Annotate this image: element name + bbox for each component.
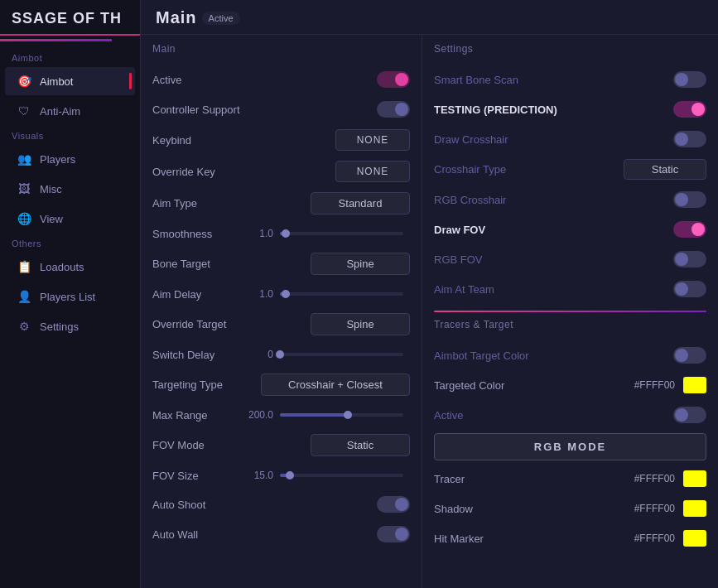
testing-prediction-label: TESTING (PREDICTION) (434, 104, 557, 116)
switch-delay-thumb[interactable] (276, 350, 284, 359)
setting-aim-delay: Aim Delay 1.0 (152, 280, 410, 308)
switch-delay-value: 0 (243, 349, 273, 360)
targeted-color-value: #FFFF00 (634, 379, 675, 391)
setting-aim-type: Aim Type Standard (152, 187, 410, 219)
sidebar-item-view-label: View (40, 213, 63, 225)
setting-smoothness: Smoothness 1.0 (152, 219, 410, 248)
rgb-crosshair-toggle[interactable] (673, 191, 706, 208)
shadow-color-value: #FFFF00 (634, 503, 675, 514)
sidebar-item-aimbot-label: Aimbot (40, 75, 73, 88)
auto-shoot-knob (395, 498, 408, 511)
draw-fov-knob (691, 223, 705, 236)
rgb-mode-button[interactable]: RGB MODE (434, 433, 706, 460)
aimbot-target-color-toggle[interactable] (673, 347, 706, 364)
fov-mode-label: FOV Mode (152, 439, 205, 451)
bone-target-label: Bone Target (152, 258, 210, 270)
progress-bar (0, 39, 112, 41)
max-range-track[interactable] (280, 413, 403, 417)
setting-hit-marker: Hit Marker #FFFF00 (434, 523, 706, 553)
shadow-color-swatch[interactable] (683, 500, 706, 517)
smoothness-thumb[interactable] (282, 229, 290, 238)
setting-rgb-fov: RGB FOV (434, 244, 706, 274)
sidebar-item-view[interactable]: 🌐 View (5, 205, 135, 233)
rgb-fov-knob (675, 253, 688, 266)
smoothness-track[interactable] (280, 232, 403, 235)
aim-at-team-label: Aim At Team (434, 283, 494, 296)
hit-marker-right: #FFFF00 (634, 530, 706, 547)
sidebar-item-misc[interactable]: 🖼 Misc (5, 175, 135, 203)
tracer-right: #FFFF00 (634, 470, 706, 487)
targeted-color-swatch[interactable] (683, 377, 706, 393)
max-range-thumb[interactable] (344, 411, 352, 419)
setting-override-target: Override Target Spine (152, 308, 410, 340)
draw-fov-label: Draw FOV (434, 224, 485, 236)
aim-delay-track[interactable] (280, 292, 403, 296)
right-section-header: Settings (434, 43, 706, 58)
fov-size-thumb[interactable] (286, 471, 294, 480)
aimbot-target-color-knob (675, 349, 688, 362)
sidebar-section-aimbot: Aimbot (0, 48, 140, 66)
setting-shadow: Shadow #FFFF00 (434, 494, 706, 523)
max-range-label: Max Range (152, 409, 243, 422)
aim-type-dropdown[interactable]: Standard (311, 192, 410, 214)
crosshair-type-display[interactable]: Static (624, 159, 706, 180)
crosshair-type-label: Crosshair Type (434, 163, 506, 176)
targeting-type-dropdown[interactable]: Crosshair + Closest (261, 374, 410, 396)
tracer-color-swatch[interactable] (683, 470, 706, 487)
aim-at-team-toggle[interactable] (673, 281, 706, 297)
setting-testing-prediction: TESTING (PREDICTION) (434, 94, 706, 124)
targeted-color-label: Targeted Color (434, 379, 504, 392)
setting-aimbot-target-color: Aimbot Target Color (434, 340, 706, 370)
section-separator (434, 311, 706, 312)
aim-delay-thumb[interactable] (282, 290, 290, 298)
hit-marker-color-swatch[interactable] (683, 530, 706, 547)
sidebar-item-players-list[interactable]: 👤 Players List (5, 282, 135, 311)
testing-prediction-toggle[interactable] (673, 101, 706, 118)
smart-bone-scan-toggle[interactable] (673, 71, 706, 88)
override-key-button[interactable]: NONE (335, 161, 410, 182)
setting-targeted-color: Targeted Color #FFFF00 (434, 370, 706, 400)
rgb-crosshair-label: RGB Crosshair (434, 194, 506, 206)
fov-size-value: 15.0 (243, 470, 273, 481)
sidebar-item-players[interactable]: 👥 Players (5, 145, 135, 173)
auto-wall-toggle[interactable] (377, 526, 410, 542)
fov-mode-dropdown[interactable]: Static (311, 434, 410, 456)
setting-rgb-crosshair: RGB Crosshair (434, 185, 706, 214)
targeted-color-right: #FFFF00 (634, 377, 706, 393)
setting-tracer: Tracer #FFFF00 (434, 464, 706, 494)
bone-target-dropdown[interactable]: Spine (311, 253, 410, 275)
switch-delay-track[interactable] (280, 353, 403, 356)
players-icon: 👥 (17, 152, 31, 166)
active2-label: Active (434, 409, 463, 422)
setting-bone-target: Bone Target Spine (152, 248, 410, 280)
sidebar-item-players-label: Players (40, 153, 75, 166)
draw-fov-toggle[interactable] (673, 221, 706, 238)
smoothness-value: 1.0 (243, 228, 273, 239)
sidebar-item-settings[interactable]: ⚙ Settings (5, 312, 135, 340)
anti-aim-icon: 🛡 (17, 104, 31, 118)
sidebar-item-anti-aim-label: Anti-Aim (40, 105, 80, 118)
main-header: Main Active (141, 0, 718, 35)
controller-support-label: Controller Support (152, 104, 240, 116)
aim-delay-label: Aim Delay (152, 288, 243, 301)
main-content: Main Active Main Active Controller Suppo… (141, 0, 718, 588)
auto-shoot-toggle[interactable] (377, 496, 410, 513)
keybind-button[interactable]: NONE (335, 129, 410, 151)
max-range-value: 200.0 (243, 409, 273, 421)
sidebar-item-anti-aim[interactable]: 🛡 Anti-Aim (5, 97, 135, 125)
hit-marker-label: Hit Marker (434, 533, 484, 545)
controller-support-toggle[interactable] (377, 101, 410, 118)
active-toggle[interactable] (377, 71, 410, 88)
draw-crosshair-toggle[interactable] (673, 131, 706, 147)
keybind-label: Keybind (152, 134, 191, 147)
override-target-dropdown[interactable]: Spine (311, 313, 410, 335)
active-label: Active (152, 74, 181, 86)
setting-auto-shoot: Auto Shoot (152, 489, 410, 519)
sidebar-item-loadouts[interactable]: 📋 Loadouts (5, 253, 135, 281)
sidebar-item-players-list-label: Players List (40, 291, 95, 303)
fov-size-track[interactable] (280, 474, 403, 477)
sidebar-item-aimbot[interactable]: 🎯 Aimbot (5, 67, 135, 95)
rgb-fov-toggle[interactable] (673, 251, 706, 267)
active2-toggle[interactable] (673, 407, 706, 423)
switch-delay-label: Switch Delay (152, 349, 243, 361)
